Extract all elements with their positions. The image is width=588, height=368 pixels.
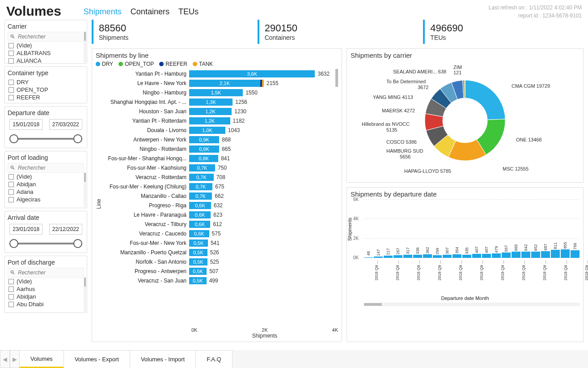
column-bars[interactable]: 4814721726731733636229930735433540740747… <box>351 200 580 258</box>
list-item[interactable]: Aarhus <box>8 285 84 293</box>
carrier-search-input[interactable] <box>17 33 82 40</box>
bar-row[interactable]: Fos-sur-Mer - Shanghai Hongq...0,8K841 <box>102 154 338 163</box>
list-item[interactable]: OPEN_TOP <box>8 86 84 94</box>
tab-containers[interactable]: Containers <box>131 7 169 17</box>
tab-nav-prev[interactable]: ◀ <box>0 350 10 368</box>
bar-row[interactable]: Ningbo - Rotterdam0,9K865 <box>102 144 338 154</box>
bar-row[interactable]: Veracruz - Tilbury0,6K612 <box>102 219 338 229</box>
list-item[interactable]: Abu Dhabi <box>8 300 84 308</box>
legend-item[interactable]: TANK <box>193 61 213 67</box>
bar-row[interactable]: Manzanillo - Puerto Quetzal0,5K526 <box>102 248 338 257</box>
column-bar[interactable]: 267 <box>393 255 402 258</box>
carrier-list[interactable]: (Vide)ALBATRANSALIANCA <box>8 42 84 64</box>
bar-row[interactable]: Fos-sur-Mer - Keelung (Chilung)0,7K675 <box>102 182 338 191</box>
tab-nav-next[interactable]: ▶ <box>10 350 20 368</box>
bar-row[interactable]: Progreso - Riga0,6K632 <box>102 201 338 210</box>
checkbox-icon[interactable] <box>8 197 14 202</box>
bar-row[interactable]: Progreso - Antwerpen0,5K507 <box>102 266 338 276</box>
checkbox-icon[interactable] <box>8 189 14 195</box>
report-tab[interactable]: Volumes - Export <box>63 350 130 368</box>
report-tab[interactable]: Volumes <box>19 350 64 368</box>
pod-search-input[interactable] <box>17 269 82 276</box>
column-bar[interactable]: 336 <box>413 255 422 258</box>
legend-item[interactable]: DRY <box>96 61 113 67</box>
bar-row[interactable]: Houston - San Juan1,2K1230 <box>102 107 338 116</box>
list-item[interactable]: DRY <box>8 78 84 86</box>
checkbox-icon[interactable] <box>8 58 14 64</box>
tab-teus[interactable]: TEUs <box>178 7 199 17</box>
column-bar[interactable]: 855 <box>561 249 570 258</box>
arrival-date-slider[interactable] <box>9 238 82 249</box>
horizontal-scrollbar[interactable] <box>364 303 580 306</box>
column-bar[interactable]: 687 <box>541 251 550 258</box>
checkbox-icon[interactable] <box>8 80 14 85</box>
slider-handle-left[interactable] <box>9 134 18 143</box>
column-bar[interactable]: 407 <box>482 254 491 258</box>
column-bar[interactable]: 665 <box>512 252 520 258</box>
departure-date-slider[interactable] <box>9 133 82 144</box>
column-bar[interactable]: 557 <box>502 252 511 258</box>
pod-list[interactable]: (Vide)AarhusAbidjanAbu Dhabi <box>8 278 84 308</box>
departure-date-from[interactable]: 15/01/2018 <box>9 119 42 130</box>
checkbox-icon[interactable] <box>8 43 14 48</box>
slider-handle-left[interactable] <box>9 239 18 248</box>
column-bar[interactable]: 48 <box>364 257 373 258</box>
pol-list[interactable]: (Vide)AbidjanAdanaAlgeciras <box>8 173 84 203</box>
bar-row[interactable]: Douala - Livorno1,0K1043 <box>102 125 338 135</box>
checkbox-icon[interactable] <box>8 87 14 93</box>
list-item[interactable]: (Vide) <box>8 173 84 180</box>
list-item[interactable]: Adana <box>8 188 84 196</box>
report-tab[interactable]: Volumes - Import <box>130 350 196 368</box>
bar-row[interactable]: Antwerpen - New York0,9K868 <box>102 135 338 144</box>
list-item[interactable]: (Vide) <box>8 278 84 285</box>
column-bar[interactable]: 642 <box>521 252 530 258</box>
checkbox-icon[interactable] <box>8 294 14 300</box>
bar-row[interactable]: Shanghai Hongqiao Int. Apt. - ...1,3K125… <box>102 97 338 107</box>
column-bar[interactable]: 652 <box>531 252 540 258</box>
departure-date-to[interactable]: 27/03/2022 <box>49 119 82 130</box>
list-item[interactable]: Algeciras <box>8 196 84 203</box>
legend-item[interactable]: OPEN_TOP <box>118 61 154 67</box>
bar-row[interactable]: Manzanillo - Callao0,7K662 <box>102 191 338 201</box>
pol-search[interactable]: 🔍︎ <box>8 163 84 173</box>
column-bar[interactable]: 362 <box>423 254 432 258</box>
bar-row[interactable]: Yantian Pt - Hamburg3,6K3632 <box>102 69 338 78</box>
scrollbar[interactable] <box>84 278 86 312</box>
bar-row[interactable]: Norfolk - San Antonio0,5K525 <box>102 257 338 266</box>
legend-item[interactable]: REEFER <box>159 61 187 67</box>
pol-search-input[interactable] <box>17 164 82 171</box>
scrollbar[interactable] <box>335 69 338 87</box>
carrier-search[interactable]: 🔍︎ <box>8 32 84 42</box>
checkbox-icon[interactable] <box>8 174 14 180</box>
list-item[interactable]: REEFER <box>8 94 84 101</box>
arrival-date-to[interactable]: 22/12/2022 <box>49 224 82 235</box>
column-bar[interactable]: 479 <box>492 253 501 258</box>
list-item[interactable]: ALBATRANS <box>8 49 84 57</box>
tab-shipments[interactable]: Shipments <box>84 7 122 17</box>
column-bar[interactable]: 354 <box>453 254 461 258</box>
bar-row[interactable]: Ningbo - Hamburg1,5K1550 <box>102 88 338 97</box>
column-bar[interactable]: 407 <box>472 254 481 258</box>
slider-handle-right[interactable] <box>73 239 82 248</box>
slider-handle-right[interactable] <box>73 134 82 143</box>
bar-row[interactable]: Fos-sur-Mer - New York0,5K541 <box>102 238 338 248</box>
column-bar[interactable]: 299 <box>433 255 442 258</box>
donut-chart[interactable]: CMA CGM 19729ONE 13468MSC 12555HAPAG-LLO… <box>351 61 580 180</box>
scrollbar[interactable] <box>84 173 86 207</box>
column-bar[interactable]: 307 <box>443 255 452 258</box>
checkbox-icon[interactable] <box>8 287 14 292</box>
list-item[interactable]: ALIANCA <box>8 57 84 64</box>
bar-row[interactable]: Veracruz - Caucedo0,6K575 <box>102 229 338 238</box>
checkbox-icon[interactable] <box>8 279 14 284</box>
checkbox-icon[interactable] <box>8 95 14 100</box>
column-bar[interactable]: 147 <box>374 257 383 258</box>
scrollbar[interactable] <box>84 32 86 62</box>
container-type-list[interactable]: DRYOPEN_TOPREEFER <box>8 78 84 101</box>
bar-row[interactable]: Yantian Pt - Rotterdam1,2K1182 <box>102 116 338 125</box>
bar-row[interactable]: Veracruz - San Juan0,5K499 <box>102 276 338 285</box>
report-tab[interactable]: F.A.Q <box>195 350 233 368</box>
checkbox-icon[interactable] <box>8 51 14 56</box>
list-item[interactable]: (Vide) <box>8 42 84 49</box>
bar-row[interactable]: Le Havre - Paranaguá0,6K623 <box>102 210 338 219</box>
column-bar[interactable]: 799 <box>571 250 580 258</box>
